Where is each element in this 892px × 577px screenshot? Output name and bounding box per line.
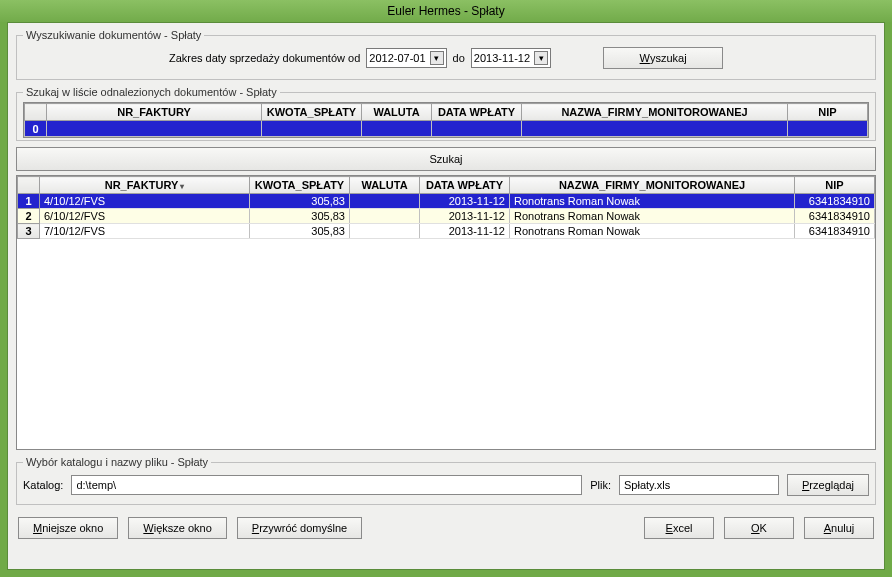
- cell-kwota: 305,83: [250, 209, 350, 224]
- row-number: 0: [25, 121, 47, 137]
- col-header[interactable]: NR_FAKTURY: [47, 104, 262, 121]
- window-title: Euler Hermes - Spłaty: [0, 0, 892, 22]
- col-header[interactable]: NAZWA_FIRMY_MONITOROWANEJ: [522, 104, 788, 121]
- cell-firma: Ronotrans Roman Nowak: [510, 194, 795, 209]
- cell-nr: 7/10/12/FVS: [40, 224, 250, 239]
- results-grid[interactable]: NR_FAKTURY▾ KWOTA_SPŁATY WALUTA DATA WPŁ…: [16, 175, 876, 450]
- smaller-window-button[interactable]: Mniejsze okno: [18, 517, 118, 539]
- cell-data: 2013-11-12: [420, 224, 510, 239]
- table-row[interactable]: 14/10/12/FVS305,832013-11-12Ronotrans Ro…: [18, 194, 875, 209]
- col-header[interactable]: DATA WPŁATY: [432, 104, 522, 121]
- cell-nr: 6/10/12/FVS: [40, 209, 250, 224]
- found-legend: Szukaj w liście odnalezionych dokumentów…: [23, 86, 280, 98]
- filter-grid-row[interactable]: 0: [25, 121, 868, 137]
- col-header[interactable]: KWOTA_SPŁATY: [250, 177, 350, 194]
- cell-nr: 4/10/12/FVS: [40, 194, 250, 209]
- filter-grid-header: NR_FAKTURY KWOTA_SPŁATY WALUTA DATA WPŁA…: [25, 104, 868, 121]
- file-legend: Wybór katalogu i nazwy pliku - Spłaty: [23, 456, 211, 468]
- bottom-toolbar: Mniejsze okno Większe okno Przywróć domy…: [8, 509, 884, 549]
- restore-defaults-button[interactable]: Przywróć domyślne: [237, 517, 362, 539]
- date-from-select[interactable]: 2012-07-01 ▾: [366, 48, 446, 68]
- filter-grid[interactable]: NR_FAKTURY KWOTA_SPŁATY WALUTA DATA WPŁA…: [23, 102, 869, 138]
- cell-nip: 6341834910: [795, 224, 875, 239]
- find-button[interactable]: Szukaj: [16, 147, 876, 171]
- date-range-label: Zakres daty sprzedaży dokumentów od: [169, 52, 360, 64]
- file-group: Wybór katalogu i nazwy pliku - Spłaty Ka…: [16, 456, 876, 505]
- search-legend: Wyszukiwanie dokumentów - Spłaty: [23, 29, 204, 41]
- katalog-label: Katalog:: [23, 479, 63, 491]
- katalog-input[interactable]: [71, 475, 582, 495]
- row-number: 1: [18, 194, 40, 209]
- excel-button[interactable]: Excel: [644, 517, 714, 539]
- table-row[interactable]: 37/10/12/FVS305,832013-11-12Ronotrans Ro…: [18, 224, 875, 239]
- cell-kwota: 305,83: [250, 194, 350, 209]
- date-from-value: 2012-07-01: [369, 52, 425, 64]
- search-button[interactable]: Wyszukaj: [603, 47, 723, 69]
- date-to-value: 2013-11-12: [474, 52, 530, 64]
- col-header[interactable]: WALUTA: [362, 104, 432, 121]
- cell-data: 2013-11-12: [420, 209, 510, 224]
- col-header[interactable]: NAZWA_FIRMY_MONITOROWANEJ: [510, 177, 795, 194]
- cell-nip: 6341834910: [795, 209, 875, 224]
- col-header[interactable]: DATA WPŁATY: [420, 177, 510, 194]
- cell-kwota: 305,83: [250, 224, 350, 239]
- cell-nip: 6341834910: [795, 194, 875, 209]
- found-group: Szukaj w liście odnalezionych dokumentów…: [16, 86, 876, 141]
- col-header[interactable]: NIP: [788, 104, 868, 121]
- col-header[interactable]: NR_FAKTURY▾: [40, 177, 250, 194]
- cell-firma: Ronotrans Roman Nowak: [510, 224, 795, 239]
- results-grid-header: NR_FAKTURY▾ KWOTA_SPŁATY WALUTA DATA WPŁ…: [18, 177, 875, 194]
- cell-waluta: [350, 224, 420, 239]
- col-header[interactable]: WALUTA: [350, 177, 420, 194]
- cancel-button[interactable]: Anuluj: [804, 517, 874, 539]
- browse-button[interactable]: Przeglądaj: [787, 474, 869, 496]
- cell-waluta: [350, 209, 420, 224]
- row-number: 3: [18, 224, 40, 239]
- chevron-down-icon[interactable]: ▾: [430, 51, 444, 65]
- plik-input[interactable]: [619, 475, 779, 495]
- row-number: 2: [18, 209, 40, 224]
- cell-data: 2013-11-12: [420, 194, 510, 209]
- chevron-down-icon[interactable]: ▾: [534, 51, 548, 65]
- date-range-to-label: do: [453, 52, 465, 64]
- table-row[interactable]: 26/10/12/FVS305,832013-11-12Ronotrans Ro…: [18, 209, 875, 224]
- date-to-select[interactable]: 2013-11-12 ▾: [471, 48, 551, 68]
- bigger-window-button[interactable]: Większe okno: [128, 517, 226, 539]
- plik-label: Plik:: [590, 479, 611, 491]
- search-group: Wyszukiwanie dokumentów - Spłaty Zakres …: [16, 29, 876, 80]
- col-header[interactable]: NIP: [795, 177, 875, 194]
- ok-button[interactable]: OK: [724, 517, 794, 539]
- cell-waluta: [350, 194, 420, 209]
- cell-firma: Ronotrans Roman Nowak: [510, 209, 795, 224]
- col-header[interactable]: KWOTA_SPŁATY: [262, 104, 362, 121]
- sort-indicator-icon: ▾: [180, 182, 184, 191]
